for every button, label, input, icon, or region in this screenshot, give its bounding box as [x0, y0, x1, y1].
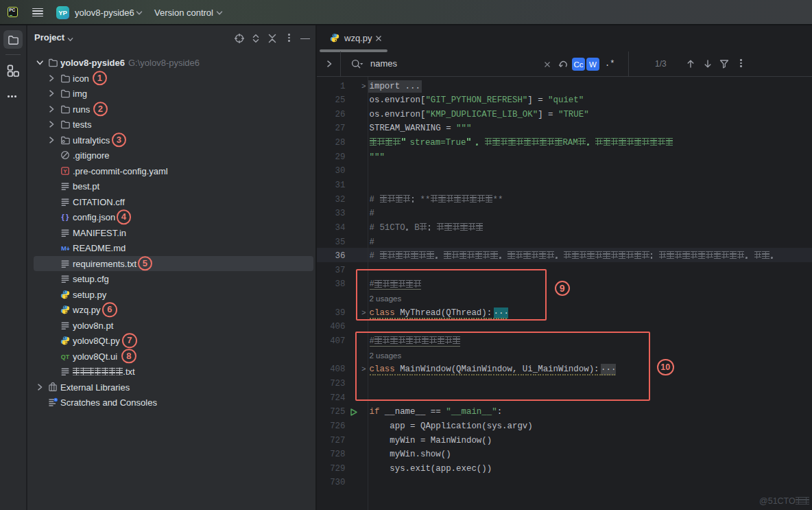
svg-text:{ }: { } [62, 213, 69, 221]
svg-text:Y: Y [63, 168, 67, 174]
svg-text:QT: QT [61, 353, 70, 360]
svg-text:M: M [61, 244, 67, 252]
